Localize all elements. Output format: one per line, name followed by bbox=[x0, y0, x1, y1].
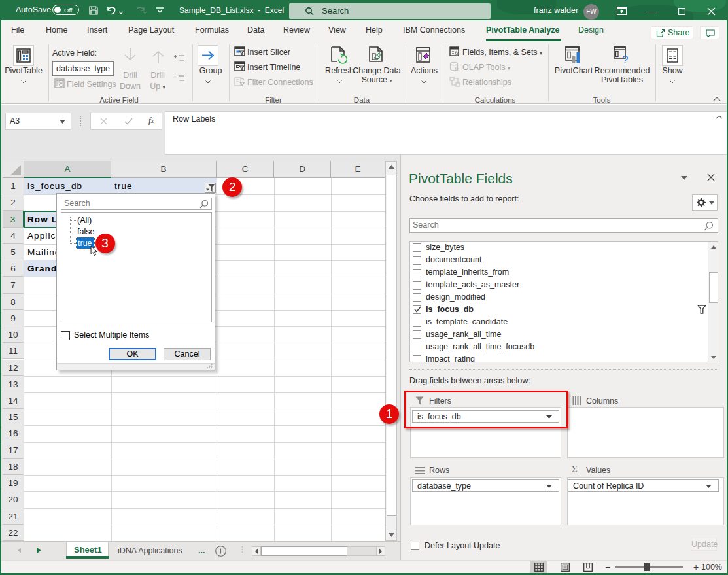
svg-text:fx: fx bbox=[455, 66, 459, 72]
svg-text:?: ? bbox=[622, 54, 628, 65]
svg-text:fx: fx bbox=[455, 50, 459, 56]
